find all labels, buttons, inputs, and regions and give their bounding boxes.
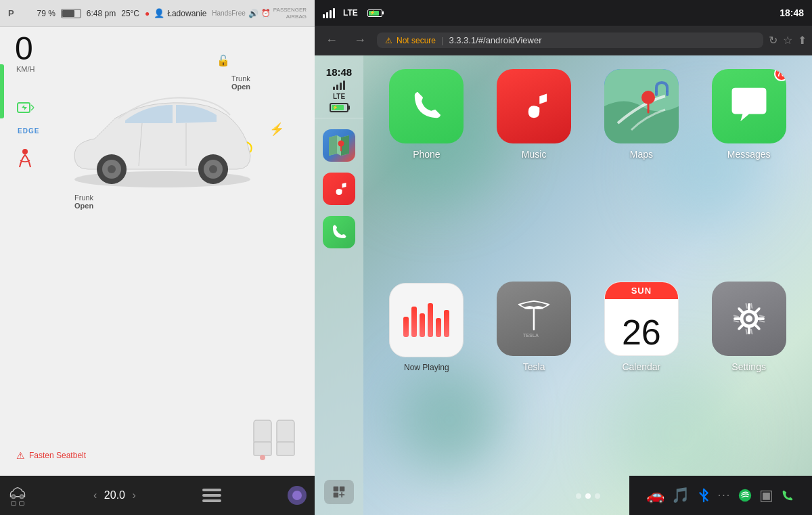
- svg-point-5: [108, 165, 116, 173]
- sidebar-signal: [333, 81, 345, 90]
- lock-icon: 🔓: [217, 54, 230, 67]
- trunk-label: Trunk Open: [231, 74, 250, 91]
- app-item-calendar[interactable]: SUN 26 Calendar: [604, 282, 679, 372]
- browser-actions: ↻ ☆ ⬆: [769, 34, 807, 47]
- car-image: 🔓 Trunk Open: [54, 68, 271, 203]
- app-item-settings[interactable]: Settings: [712, 282, 786, 372]
- svg-text:TESLA: TESLA: [523, 333, 539, 338]
- camera-bottom-icon[interactable]: 🎵: [671, 487, 690, 504]
- forward-button[interactable]: →: [348, 30, 371, 50]
- app-row-1: Phone Music: [380, 69, 796, 160]
- car-bottom-icon[interactable]: 🚗: [646, 487, 664, 504]
- browser-address-bar[interactable]: ← → ⚠ Not secure | 3.3.3.1/#/androidView…: [315, 26, 812, 55]
- bookmark-button[interactable]: ☆: [783, 34, 792, 47]
- gear-label: P: [8, 8, 14, 18]
- speed-value: 0: [7, 27, 41, 65]
- app-item-music[interactable]: Music: [497, 69, 571, 160]
- page-dot-2[interactable]: [585, 493, 591, 499]
- car-icon-button[interactable]: [8, 486, 27, 506]
- tesla-panel: P 79 % 6:48 pm 25°C ● 👤 Ładowanie HandsF…: [0, 0, 315, 515]
- app-item-now-playing[interactable]: Now Playing: [389, 283, 464, 372]
- carplay-content: 18:48 LTE ⚡: [315, 55, 812, 515]
- more-bottom-icon[interactable]: ···: [718, 489, 731, 501]
- status-left: LTE ⚡: [323, 8, 382, 18]
- svg-point-1: [22, 149, 28, 154]
- passenger-airbag: PASSENGERAIRBAG: [273, 7, 307, 20]
- sidebar-battery: ⚡: [330, 103, 348, 112]
- not-secure-label: Not secure: [397, 36, 436, 45]
- address-bar[interactable]: ⚠ Not secure | 3.3.3.1/#/androidViewer: [377, 32, 763, 48]
- reload-button[interactable]: ↻: [769, 34, 777, 47]
- tesla-header-bar: P 79 % 6:48 pm 25°C ● 👤 Ładowanie HandsF…: [0, 0, 315, 27]
- grid-view-button[interactable]: [324, 480, 354, 504]
- svg-rect-19: [340, 487, 345, 492]
- svg-point-33: [20, 495, 23, 498]
- app-item-messages[interactable]: 76 Messages: [712, 69, 786, 160]
- spotify-bottom-icon[interactable]: [738, 488, 752, 503]
- speed-value-display: 20.0: [101, 489, 128, 501]
- app-label-settings: Settings: [731, 361, 766, 372]
- messages-bubble: [712, 69, 786, 143]
- bluetooth-bottom-icon[interactable]: [696, 488, 711, 503]
- app-item-tesla[interactable]: TESLA Tesla: [497, 282, 571, 372]
- sidebar-time: 18:48: [326, 66, 352, 78]
- eq-bar-6: [444, 310, 449, 337]
- app-row-2: Now Playing TESLA Tesla: [380, 282, 796, 372]
- app-icon-messages[interactable]: 76: [712, 69, 786, 143]
- page-dot-1[interactable]: [576, 493, 581, 499]
- edge-label: EDGE: [16, 127, 39, 135]
- browser-panel: LTE ⚡ 18:48 ← → ⚠ Not secure | 3.3.3.1/#…: [315, 0, 812, 515]
- handsfree-label: HandsFree: [212, 9, 245, 17]
- media-button[interactable]: [202, 489, 221, 502]
- url-display: 3.3.3.1/#/androidViewer: [449, 35, 541, 45]
- app-icon-now-playing[interactable]: [389, 283, 464, 357]
- sidebar-app-maps[interactable]: [323, 129, 355, 162]
- speed-decrease-btn[interactable]: ‹: [93, 489, 97, 501]
- ev-icon: [16, 102, 39, 114]
- app-label-maps: Maps: [630, 149, 653, 160]
- svg-rect-9: [254, 420, 271, 444]
- phone-time: 18:48: [780, 7, 804, 18]
- app-icon-maps[interactable]: [604, 69, 679, 143]
- app-icon-calendar[interactable]: SUN 26: [604, 282, 679, 356]
- back-button[interactable]: ←: [320, 30, 343, 50]
- app-icon-music[interactable]: [497, 69, 571, 143]
- carplay-sidebar: 18:48 LTE ⚡: [315, 55, 363, 515]
- seatbelt-person-icon: [16, 148, 39, 171]
- user-label: Ładowanie: [167, 9, 206, 18]
- app-item-maps[interactable]: Maps: [604, 69, 679, 160]
- speed-area: 0 KM/H: [7, 27, 41, 73]
- svg-point-8: [209, 165, 217, 173]
- film-bottom-icon[interactable]: ▣: [759, 487, 773, 504]
- share-button[interactable]: ⬆: [798, 34, 807, 47]
- sidebar-app-music[interactable]: [323, 173, 355, 205]
- camera-button[interactable]: [288, 486, 307, 505]
- green-indicator-bar: [0, 64, 4, 118]
- app-label-calendar: Calendar: [622, 361, 660, 372]
- eq-bar-5: [436, 318, 441, 337]
- app-icon-tesla[interactable]: TESLA: [497, 282, 571, 356]
- separator: |: [441, 35, 443, 45]
- svg-rect-20: [334, 493, 339, 498]
- eq-bar-4: [428, 303, 433, 337]
- app-icon-settings[interactable]: [712, 282, 786, 356]
- app-item-phone[interactable]: Phone: [389, 69, 464, 160]
- svg-rect-12: [277, 420, 294, 444]
- phone-bottom-icon[interactable]: [780, 488, 795, 503]
- network-type: LTE: [343, 8, 358, 18]
- speed-increase-btn[interactable]: ›: [132, 489, 135, 501]
- carplay-bottom-bar: 🚗 🎵 ··· ▣: [629, 476, 812, 515]
- seat-diagram: [247, 413, 301, 468]
- sidebar-app-phone[interactable]: [323, 216, 355, 248]
- speed-unit: KM/H: [7, 65, 41, 73]
- app-label-music: Music: [522, 149, 547, 160]
- svg-rect-23: [655, 91, 658, 96]
- wifi-icon: 🔊: [248, 9, 258, 18]
- frunk-label: Frunk Open: [74, 194, 93, 210]
- seatbelt-text: Fasten Seatbelt: [29, 451, 86, 460]
- page-dot-3[interactable]: [595, 493, 600, 499]
- app-icon-phone[interactable]: [389, 69, 464, 143]
- warning-icon: ⚠: [16, 450, 25, 461]
- svg-rect-10: [254, 442, 271, 455]
- svg-rect-18: [334, 487, 339, 492]
